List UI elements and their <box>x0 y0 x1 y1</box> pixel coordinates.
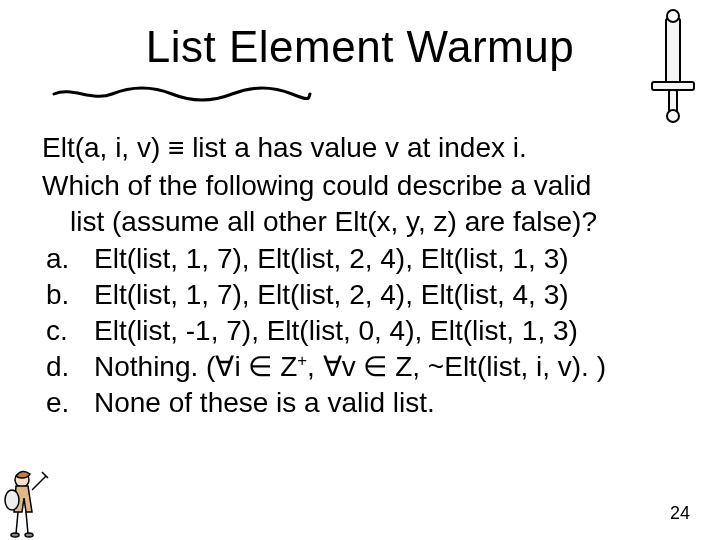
option-b: b. Elt(list, 1, 7), Elt(list, 2, 4), Elt… <box>42 277 678 313</box>
page-title: List Element Warmup <box>0 22 720 72</box>
option-text: Elt(list, -1, 7), Elt(list, 0, 4), Elt(l… <box>94 313 678 349</box>
svg-point-11 <box>11 533 19 537</box>
option-letter: b. <box>42 277 94 313</box>
squiggle-underline-icon <box>52 82 312 104</box>
svg-line-5 <box>32 476 46 490</box>
option-letter: c. <box>42 313 94 349</box>
option-letter: a. <box>42 241 94 277</box>
svg-rect-2 <box>669 90 677 112</box>
svg-point-0 <box>667 10 679 22</box>
svg-line-9 <box>16 512 18 534</box>
sword-icon <box>638 6 708 126</box>
definition-line: Elt(a, i, v) ≡ list a has value v at ind… <box>42 130 678 166</box>
body-text: Elt(a, i, v) ≡ list a has value v at ind… <box>42 130 678 421</box>
option-c: c. Elt(list, -1, 7), Elt(list, 0, 4), El… <box>42 313 678 349</box>
svg-line-8 <box>26 512 28 534</box>
warrior-figure-icon <box>2 468 50 538</box>
svg-point-3 <box>667 110 679 122</box>
option-text: Elt(list, 1, 7), Elt(list, 2, 4), Elt(li… <box>94 277 678 313</box>
option-text: Nothing. (∀i ∈ Z+, ∀v ∈ Z, ~Elt(list, i,… <box>94 349 678 385</box>
svg-point-10 <box>25 533 33 537</box>
option-letter: d. <box>42 349 94 385</box>
option-e: e. None of these is a valid list. <box>42 385 678 421</box>
question-text: Which of the following could describe a … <box>42 168 678 240</box>
option-a: a. Elt(list, 1, 7), Elt(list, 2, 4), Elt… <box>42 241 678 277</box>
option-letter: e. <box>42 385 94 421</box>
option-text: Elt(list, 1, 7), Elt(list, 2, 4), Elt(li… <box>94 241 678 277</box>
option-d: d. Nothing. (∀i ∈ Z+, ∀v ∈ Z, ~Elt(list,… <box>42 349 678 385</box>
options-list: a. Elt(list, 1, 7), Elt(list, 2, 4), Elt… <box>42 241 678 420</box>
page-number: 24 <box>670 503 690 524</box>
svg-point-7 <box>5 490 19 510</box>
question-line2: list (assume all other Elt(x, y, z) are … <box>42 204 678 240</box>
slide: List Element Warmup Elt(a, i, v) ≡ list … <box>0 0 720 540</box>
svg-rect-1 <box>652 82 694 90</box>
question-line1: Which of the following could describe a … <box>42 170 591 201</box>
option-text: None of these is a valid list. <box>94 385 678 421</box>
